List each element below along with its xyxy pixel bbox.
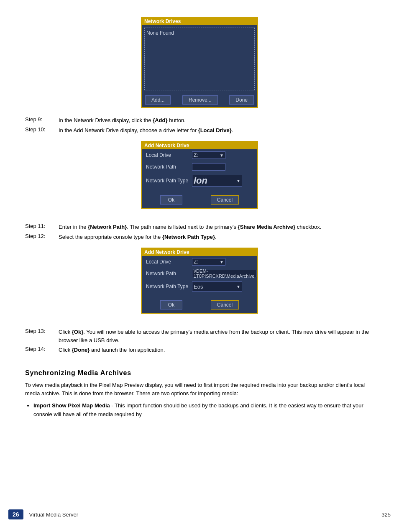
local-drive-arrow-2: ▼ bbox=[220, 260, 224, 264]
steps-11-12: Step 11: Enter in the {Network Path}. Th… bbox=[25, 222, 374, 242]
step11-end: checkbox. bbox=[295, 224, 321, 230]
step10-period: . bbox=[232, 127, 233, 133]
step11-num: Step 11: bbox=[25, 222, 59, 232]
network-path-type-value-1: Ion bbox=[194, 175, 207, 186]
network-path-row-1: Network Path bbox=[142, 161, 257, 173]
network-path-input-1[interactable] bbox=[192, 163, 225, 171]
network-path-type-select-1[interactable]: Ion ▼ bbox=[192, 175, 242, 187]
step10-content: In the Add Network Drive display, choose… bbox=[59, 125, 374, 136]
step13-bold: {Ok} bbox=[72, 329, 83, 335]
step14-bold: {Done} bbox=[72, 347, 90, 353]
add-network-title-label-2: Add Network Drive bbox=[144, 249, 189, 255]
network-drives-dialog: Network Drives None Found Add... Remove.… bbox=[25, 17, 374, 108]
import-option-1: Import Show Pixel Map Media - This impor… bbox=[33, 402, 374, 419]
network-drives-buttons: Add... Remove... Done bbox=[142, 93, 257, 107]
import-options-list: Import Show Pixel Map Media - This impor… bbox=[33, 402, 374, 419]
network-path-label-2: Network Path bbox=[146, 271, 192, 276]
step14-end: and launch the Ion application. bbox=[90, 347, 165, 353]
step9-num: Step 9: bbox=[25, 115, 59, 125]
add-button[interactable]: Add... bbox=[145, 95, 171, 105]
local-drive-label-1: Local Drive bbox=[146, 152, 192, 158]
page-number-badge: 26 bbox=[8, 509, 23, 519]
remove-button[interactable]: Remove... bbox=[182, 95, 218, 105]
add-network-drive-box-1: Add Network Drive Local Drive Z: ▼ Netwo… bbox=[141, 141, 258, 209]
add-network-title-label-1: Add Network Drive bbox=[144, 143, 189, 148]
step13-text: Click bbox=[59, 329, 72, 335]
steps-9-10: Step 9: In the Network Drives display, c… bbox=[25, 115, 374, 135]
ok-btn-1[interactable]: Ok bbox=[160, 195, 182, 205]
step11-text: Enter in the bbox=[59, 224, 88, 230]
network-path-type-label-1: Network Path Type bbox=[146, 178, 192, 184]
step11-content: Enter in the {Network Path}. The path na… bbox=[59, 222, 374, 232]
step11-bold2: {Share Media Archive} bbox=[238, 224, 296, 230]
step10-text: In the Add Network Drive display, choose… bbox=[59, 127, 198, 133]
add-network-title-2: Add Network Drive bbox=[142, 248, 257, 256]
local-drive-row-1: Local Drive Z: ▼ bbox=[142, 149, 257, 161]
footer-app-name: Virtual Media Server bbox=[29, 512, 382, 518]
step12-content: Select the appropriate console type for … bbox=[59, 232, 374, 242]
network-path-label-1: Network Path bbox=[146, 164, 192, 170]
done-button[interactable]: Done bbox=[229, 95, 254, 105]
step14-text: Click bbox=[59, 347, 72, 353]
step10-bold: {Local Drive} bbox=[198, 127, 232, 133]
bullet1-label: Import Show Pixel Map Media bbox=[33, 402, 110, 409]
local-drive-label-2: Local Drive bbox=[146, 259, 192, 265]
step9-end: button. bbox=[168, 117, 186, 123]
network-path-type-row-1: Network Path Type Ion ▼ bbox=[142, 173, 257, 189]
step12-text: Select the appropriate console type for … bbox=[59, 234, 162, 240]
step11-mid: . The path name is listed next to the pr… bbox=[127, 224, 238, 230]
sync-section: Synchronizing Media Archives To view med… bbox=[25, 369, 374, 419]
cancel-btn-2[interactable]: Cancel bbox=[211, 300, 239, 309]
step10-num: Step 10: bbox=[25, 125, 59, 136]
sync-body: To view media playback in the Pixel Map … bbox=[25, 381, 374, 399]
network-path-type-label-2: Network Path Type bbox=[146, 284, 192, 289]
add-network-drive-dialog-1: Add Network Drive Local Drive Z: ▼ Netwo… bbox=[25, 141, 374, 209]
step14-content: Click {Done} and launch the Ion applicat… bbox=[59, 345, 374, 355]
step9-text: In the Network Drives display, click the bbox=[59, 117, 153, 123]
step13-num: Step 13: bbox=[25, 327, 59, 345]
none-found-label: None Found bbox=[146, 30, 174, 36]
page-footer: 26 Virtual Media Server 325 bbox=[0, 509, 399, 519]
step9-bold: {Add} bbox=[153, 117, 167, 123]
add-network-buttons-1: Ok Cancel bbox=[142, 192, 257, 208]
add-network-title-1: Add Network Drive bbox=[142, 142, 257, 149]
network-path-type-row-2: Network Path Type Eos ▼ bbox=[142, 279, 257, 294]
step13-content: Click {Ok}. You will now be able to acce… bbox=[59, 327, 374, 345]
network-drives-box: Network Drives None Found Add... Remove.… bbox=[141, 17, 258, 108]
step12-end: . bbox=[215, 234, 217, 240]
step9-content: In the Network Drives display, click the… bbox=[59, 115, 374, 125]
ok-btn-2[interactable]: Ok bbox=[160, 300, 182, 309]
cancel-btn-1[interactable]: Cancel bbox=[211, 195, 239, 205]
network-path-type-arrow-1: ▼ bbox=[236, 179, 240, 183]
network-path-type-select-2[interactable]: Eos ▼ bbox=[192, 281, 242, 292]
network-drives-title: Network Drives bbox=[144, 18, 181, 24]
network-path-type-arrow-2: ▼ bbox=[236, 284, 240, 289]
local-drive-value-1: Z: bbox=[194, 152, 198, 158]
footer-page-right: 325 bbox=[381, 512, 391, 518]
steps-13-14: Step 13: Click {Ok}. You will now be abl… bbox=[25, 327, 374, 355]
add-network-buttons-2: Ok Cancel bbox=[142, 297, 257, 313]
add-network-drive-dialog-2: Add Network Drive Local Drive Z: ▼ Netwo… bbox=[25, 248, 374, 314]
step11-bold1: {Network Path} bbox=[88, 224, 127, 230]
step12-bold: {Network Path Type} bbox=[162, 234, 215, 240]
step14-num: Step 14: bbox=[25, 345, 59, 355]
step12-num: Step 12: bbox=[25, 232, 59, 242]
local-drive-select-2[interactable]: Z: ▼ bbox=[192, 258, 225, 266]
network-path-input-2[interactable]: \\DEM-1T0PISRCXRD\MediaArchive bbox=[192, 270, 256, 277]
local-drive-row-2: Local Drive Z: ▼ bbox=[142, 256, 257, 268]
local-drive-value-2: Z: bbox=[194, 259, 198, 265]
network-path-row-2: Network Path \\DEM-1T0PISRCXRD\MediaArch… bbox=[142, 268, 257, 279]
sync-heading: Synchronizing Media Archives bbox=[25, 369, 374, 377]
network-drives-title-bar: Network Drives bbox=[142, 18, 257, 25]
add-network-drive-box-2: Add Network Drive Local Drive Z: ▼ Netwo… bbox=[141, 248, 258, 314]
step13-mid: . You will now be able to access the pri… bbox=[59, 329, 369, 343]
network-drives-list: None Found bbox=[144, 28, 255, 90]
local-drive-arrow-1: ▼ bbox=[220, 153, 224, 158]
local-drive-select-1[interactable]: Z: ▼ bbox=[192, 151, 225, 159]
network-path-type-value-2: Eos bbox=[194, 284, 203, 290]
